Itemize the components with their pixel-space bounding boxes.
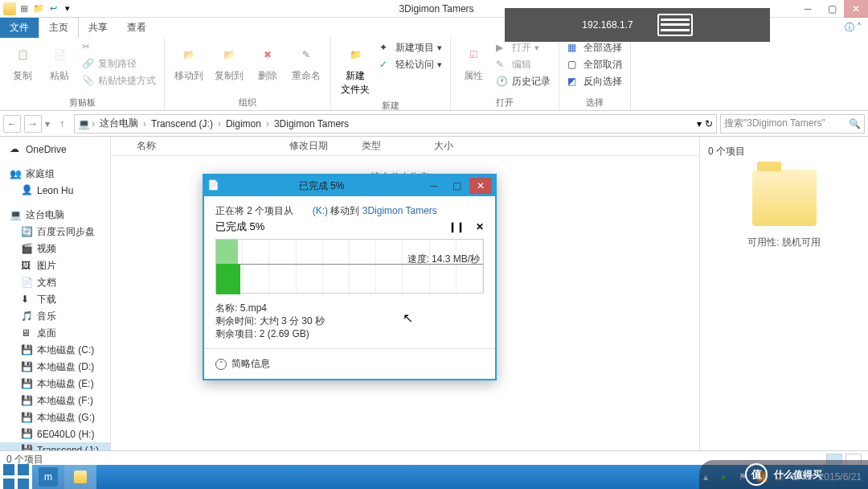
svg-rect-0 [3, 464, 14, 475]
delete-button[interactable]: ✖删除 [252, 40, 284, 84]
keyboard-icon[interactable] [657, 14, 693, 36]
cancel-button[interactable]: ✕ [476, 221, 484, 232]
video-icon: 🎬 [21, 243, 34, 256]
edit-button[interactable]: ✎编辑 [494, 57, 552, 72]
tab-share[interactable]: 共享 [79, 18, 117, 38]
start-button[interactable] [0, 465, 32, 489]
bc-dropdown[interactable]: ▾ [697, 118, 702, 129]
sidebar-disk-g[interactable]: 💾本地磁盘 (G:) [0, 409, 110, 426]
up-button[interactable]: ↑ [53, 115, 71, 133]
preview-pane: 0 个项目 可用性: 脱机可用 [699, 137, 868, 450]
sidebar-disk-j[interactable]: 💾Transcend (J:) [0, 442, 110, 450]
disk-icon: 💾 [21, 444, 34, 450]
select-all-button[interactable]: ▦全部选择 [566, 40, 624, 55]
disk-icon: 💾 [21, 428, 34, 441]
dialog-moving-text: 正在将 2 个项目从 (K:) 移动到 3Digimon Tamers [215, 204, 484, 218]
forward-button[interactable]: → [24, 115, 42, 133]
invert-selection-button[interactable]: ◩反向选择 [566, 74, 624, 89]
sidebar-pictures[interactable]: 🖼图片 [0, 257, 110, 274]
breadcrumb-item[interactable]: 3Digimon Tamers [271, 118, 352, 129]
sidebar-music[interactable]: 🎵音乐 [0, 308, 110, 325]
qat-properties-icon[interactable]: ▦ [18, 2, 31, 15]
copy-path-button[interactable]: 🔗复制路径 [80, 56, 158, 72]
sidebar-disk-d[interactable]: 💾本地磁盘 (D:) [0, 359, 110, 376]
move-to-button[interactable]: 📂移动到 [171, 40, 207, 84]
group-clipboard-label: 剪贴板 [6, 95, 158, 109]
dialog-details-toggle[interactable]: ˄ 简略信息 [204, 348, 495, 379]
close-button[interactable]: ✕ [844, 0, 868, 18]
tab-home[interactable]: 主页 [39, 17, 79, 38]
search-input[interactable]: 搜索"3Digimon Tamers"🔍 [720, 114, 865, 134]
documents-icon: 📄 [21, 277, 34, 290]
copy-to-button[interactable]: 📂复制到 [211, 40, 247, 84]
speed-chart: 速度: 14.3 MB/秒 [215, 239, 484, 294]
sidebar-disk-f[interactable]: 💾本地磁盘 (F:) [0, 392, 110, 409]
folder-preview-icon [752, 170, 817, 226]
tab-file[interactable]: 文件 [0, 18, 39, 38]
properties-button[interactable]: ☑属性 [457, 40, 489, 84]
pictures-icon: 🖼 [21, 260, 34, 273]
easy-access-button[interactable]: ✓轻松访问 ▾ [378, 57, 444, 72]
breadcrumb-item[interactable]: Digimon [223, 118, 264, 129]
sidebar-homegroup[interactable]: 👥家庭组 [0, 166, 110, 183]
refresh-button[interactable]: ↻ [705, 118, 713, 129]
select-none-button[interactable]: ▢全部取消 [566, 57, 624, 72]
taskbar-browser[interactable]: m [32, 465, 64, 489]
sidebar-thispc[interactable]: 💻这台电脑 [0, 207, 110, 224]
ribbon-help-icon[interactable]: ⓘ ˄ [838, 21, 868, 35]
sidebar-desktop[interactable]: 🖥桌面 [0, 325, 110, 342]
breadcrumb-item[interactable]: 这台电脑 [96, 117, 141, 130]
col-name[interactable]: 名称 [130, 139, 283, 153]
copy-button[interactable]: 📋复制 [6, 40, 39, 84]
recent-dropdown[interactable]: ▾ [45, 118, 50, 129]
back-button[interactable]: ← [3, 115, 21, 133]
qat-dropdown-icon[interactable]: ▾ [61, 2, 74, 15]
taskbar-explorer[interactable] [64, 465, 96, 489]
qat-newfolder-icon[interactable]: 📁 [32, 2, 45, 15]
breadcrumb[interactable]: 💻› 这台电脑› Transcend (J:)› Digimon› 3Digim… [74, 114, 717, 134]
col-date[interactable]: 修改日期 [283, 139, 355, 153]
search-icon: 🔍 [849, 118, 861, 129]
open-button[interactable]: ▶打开 ▾ [494, 40, 552, 55]
history-button[interactable]: 🕐历史记录 [494, 74, 552, 89]
sidebar-disk-c[interactable]: 💾本地磁盘 (C:) [0, 342, 110, 359]
item-count: 0 个项目 [708, 145, 860, 158]
sidebar[interactable]: ☁OneDrive 👥家庭组 👤Leon Hu 💻这台电脑 🔄百度云同步盘 🎬视… [0, 137, 111, 450]
sidebar-videos[interactable]: 🎬视频 [0, 240, 110, 257]
copy-dialog: 📄 已完成 5% ─ ▢ ✕ 正在将 2 个项目从 (K:) 移动到 3Digi… [203, 174, 497, 380]
tab-view[interactable]: 查看 [117, 18, 156, 38]
sidebar-downloads[interactable]: ⬇下载 [0, 291, 110, 308]
col-type[interactable]: 类型 [355, 139, 428, 153]
cloud-icon: ☁ [10, 143, 23, 156]
ip-address: 192.168.1.7 [582, 19, 633, 31]
sidebar-documents[interactable]: 📄文档 [0, 274, 110, 291]
paste-shortcut-button[interactable]: 📎粘贴快捷方式 [80, 73, 158, 88]
minimize-button[interactable]: ─ [796, 0, 820, 18]
breadcrumb-item[interactable]: Transcend (J:) [148, 118, 216, 129]
svg-rect-2 [3, 479, 14, 489]
col-size[interactable]: 大小 [428, 139, 476, 153]
sidebar-user[interactable]: 👤Leon Hu [0, 183, 110, 199]
rename-button[interactable]: ✎重命名 [289, 40, 324, 84]
sidebar-disk-h[interactable]: 💾6E040L0 (H:) [0, 426, 110, 442]
column-headers: 名称 修改日期 类型 大小 [111, 137, 699, 156]
dialog-titlebar[interactable]: 📄 已完成 5% ─ ▢ ✕ [204, 175, 495, 196]
ribbon: 📋复制 📄粘贴 ✂ 🔗复制路径 📎粘贴快捷方式 剪贴板 📂移动到 📂复制到 ✖删… [0, 37, 868, 111]
maximize-button[interactable]: ▢ [820, 0, 844, 18]
qat-undo-icon[interactable]: ↩ [47, 2, 59, 15]
sidebar-baidu[interactable]: 🔄百度云同步盘 [0, 224, 110, 240]
paste-button[interactable]: 📄粘贴 [43, 40, 76, 84]
new-item-button[interactable]: ✦新建项目 ▾ [378, 40, 444, 55]
sidebar-onedrive[interactable]: ☁OneDrive [0, 142, 110, 158]
quick-access-toolbar: ▦ 📁 ↩ ▾ [0, 2, 77, 15]
dialog-minimize[interactable]: ─ [423, 178, 445, 194]
dialog-close[interactable]: ✕ [469, 178, 492, 194]
pause-button[interactable]: ❙❙ [448, 221, 465, 232]
cut-button[interactable]: ✂ [80, 40, 158, 55]
sidebar-disk-e[interactable]: 💾本地磁盘 (E:) [0, 376, 110, 392]
dialog-maximize[interactable]: ▢ [445, 178, 468, 194]
dialog-icon: 📄 [207, 179, 220, 192]
new-folder-button[interactable]: 📁新建 文件夹 [338, 40, 373, 98]
group-new-label: 新建 [338, 98, 444, 112]
group-organize-label: 组织 [171, 95, 324, 109]
